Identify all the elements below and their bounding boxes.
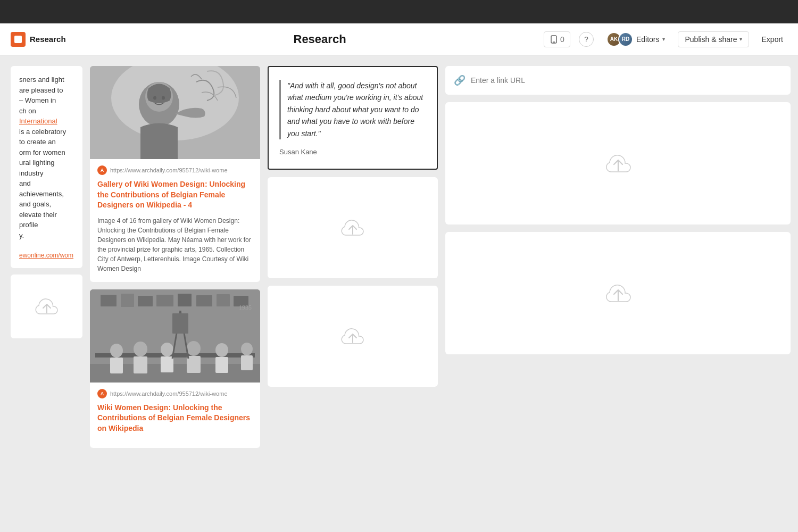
notification-count: 0 [560,35,564,44]
column-1: A https://www.archdaily.com/955712/wiki-… [90,66,260,521]
logo-icon [11,32,26,47]
help-button[interactable]: ? [579,32,594,47]
upload-icon-2 [338,325,367,348]
card-1-title[interactable]: Gallery of Wiki Women Design: Unlocking … [97,179,253,211]
card-1-image [90,66,260,159]
publish-label: Publish & share [685,35,737,44]
quote-text: "And with it all, good design's not abou… [279,80,426,139]
editors-label: Editors [636,35,660,44]
svg-rect-8 [90,66,260,159]
international-link[interactable]: International [19,117,57,125]
source-url-2: https://www.archdaily.com/955712/wiki-wo… [110,390,228,397]
upload-card-3[interactable] [445,102,791,225]
upload-cloud-icon [32,295,61,318]
export-button[interactable]: Export [758,32,787,47]
card-2-body: A https://www.archdaily.com/955712/wiki-… [90,383,260,448]
article-card-1: A https://www.archdaily.com/955712/wiki-… [90,66,260,282]
upload-icon-3 [602,149,634,177]
left-column: sners and light are pleased to – Women i… [0,55,82,532]
column-3: 🔗 [445,66,791,521]
link-url-input[interactable] [471,76,782,85]
quote-card: "And with it all, good design's not abou… [268,66,438,170]
article-card-2: 1935 A https://www.archdaily.com/955712/… [90,289,260,448]
header-right: 0 ? AK RD Editors ▾ Publish & share ▾ Ex… [544,30,787,49]
brand-name: Research [30,35,66,44]
editors-chevron-icon: ▾ [662,36,665,42]
portrait-image [90,66,260,159]
left-upload-area [11,275,82,338]
avatar-2: RD [618,32,633,47]
bottom-link[interactable]: ewonline.com/wom [19,252,73,259]
source-icon-1: A [97,165,107,175]
editors-button[interactable]: AK RD Editors ▾ [602,30,670,49]
classroom-image: 1935 [90,289,260,383]
upload-icon-4 [602,279,634,307]
center-area: A https://www.archdaily.com/955712/wiki-… [82,55,798,532]
column-2: "And with it all, good design's not abou… [268,66,438,521]
header-left: Research [11,32,96,47]
link-input-card: 🔗 [445,66,791,95]
avatar-group: AK RD [606,32,633,47]
topbar [0,0,798,23]
source-icon-2: A [97,389,107,398]
svg-rect-37 [90,289,260,383]
card-1-body: A https://www.archdaily.com/955712/wiki-… [90,159,260,282]
upload-card-2[interactable] [268,286,438,387]
card-1-desc: Image 4 of 16 from gallery of Wiki Women… [97,216,253,273]
avatar-2-initials: RD [619,33,632,46]
quote-author: Susan Kane [279,148,426,156]
upload-icon-1 [338,216,367,239]
link-chain-icon: 🔗 [454,74,466,86]
publish-share-button[interactable]: Publish & share ▾ [678,31,749,47]
notification-button[interactable]: 0 [544,31,570,47]
card-2-source: A https://www.archdaily.com/955712/wiki-… [97,389,253,398]
phone-icon [550,35,558,44]
publish-chevron-icon: ▾ [739,36,742,42]
header: Research Research 0 ? AK RD Editors ▾ [0,23,798,55]
left-text-card: sners and light are pleased to – Women i… [11,66,82,268]
header-center: Research [96,32,544,46]
source-url-1: https://www.archdaily.com/955712/wiki-wo… [110,167,228,173]
card-2-image: 1935 [90,289,260,383]
left-card-text: sners and light are pleased to – Women i… [19,74,74,240]
upload-card-1[interactable] [268,177,438,278]
upload-card-4[interactable] [445,232,791,354]
page-title: Research [294,32,346,46]
card-1-source: A https://www.archdaily.com/955712/wiki-… [97,165,253,175]
main-content: sners and light are pleased to – Women i… [0,55,798,532]
card-2-title[interactable]: Wiki Women Design: Unlocking the Contrib… [97,403,253,434]
